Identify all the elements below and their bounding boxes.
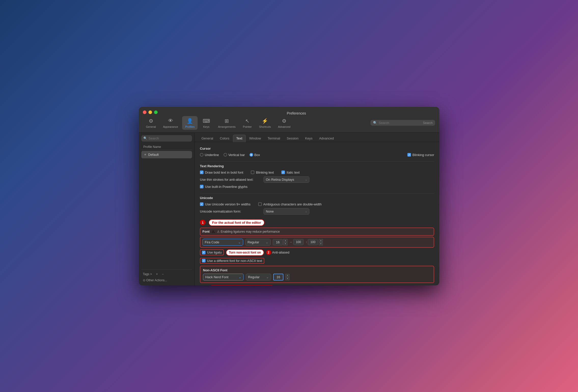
blinking-text-item[interactable]: Blinking text <box>251 171 274 174</box>
unicode-widths-item[interactable]: Use Unicode version 9+ widths <box>200 202 251 206</box>
tab-session[interactable]: Session <box>284 135 301 142</box>
non-ascii-style-select[interactable]: Regular ⌄ <box>246 274 271 281</box>
toolbar-item-general[interactable]: ⚙ General <box>143 116 159 130</box>
non-ascii-size-up[interactable]: ▲ <box>285 274 290 277</box>
tab-terminal[interactable]: Terminal <box>265 135 283 142</box>
minimize-button[interactable] <box>148 110 152 114</box>
blinking-cursor-row: Blinking cursor <box>407 153 434 157</box>
non-ascii-row: Hack Nerd Font ⌄ Regular ⌄ 16 ▲ ▼ <box>203 274 431 281</box>
text-rendering-section: Text Rendering Draw bold text in bold fo… <box>200 164 434 189</box>
non-ascii-title: Non-ASCII Font <box>203 268 431 272</box>
blinking-text-label: Blinking text <box>256 171 274 174</box>
maximize-button[interactable] <box>154 110 158 114</box>
sidebar-search-input[interactable] <box>148 136 190 140</box>
font-style-value: Regular <box>247 240 259 244</box>
text-rendering-row1: Draw bold text in bold font Blinking tex… <box>200 171 434 174</box>
blinking-cursor-checkbox[interactable] <box>407 153 411 157</box>
tags-button[interactable]: Tags > <box>141 272 154 277</box>
italic-text-item[interactable]: Italic text <box>281 171 299 174</box>
font-warning-text: ⚠ Enabling ligatures may reduce performa… <box>217 230 280 233</box>
toolbar-label-keys: Keys <box>203 125 209 128</box>
cursor-underline-option[interactable]: Underline <box>200 153 219 157</box>
tab-window[interactable]: Window <box>246 135 264 142</box>
font-size-up[interactable]: ▲ <box>283 239 287 242</box>
ligatures-label: Use ligatu <box>207 250 222 254</box>
tab-text[interactable]: Text <box>233 135 246 142</box>
tab-general[interactable]: General <box>198 135 216 142</box>
v-spacing-value[interactable]: 100 <box>308 239 318 245</box>
toolbar-item-pointer[interactable]: ↖ Pointer <box>240 116 255 130</box>
non-ascii-size-spinner[interactable]: ▲ ▼ <box>285 274 290 280</box>
toolbar-item-advanced[interactable]: ⚙ Advanced <box>275 116 294 130</box>
toolbar-item-appearance[interactable]: 👁 Appearance <box>160 116 181 130</box>
thin-strokes-chevron: ⌄ <box>305 178 307 181</box>
different-font-checkbox <box>202 259 205 262</box>
tab-colors[interactable]: Colors <box>217 135 232 142</box>
font-label: Font <box>202 230 210 233</box>
cursor-options-row: Underline Vertical bar Box <box>200 153 434 157</box>
toolbar-search-box[interactable]: 🔍 Search <box>370 120 435 126</box>
preferences-window: Preferences ⚙ General 👁 Appearance 👤 Pro… <box>139 107 439 285</box>
close-button[interactable] <box>143 110 146 114</box>
non-ascii-font-value: Hack Nerd Font <box>205 275 228 279</box>
font-name-select[interactable]: Fira Code ⌄ <box>202 239 243 246</box>
sidebar-search-box[interactable]: 🔍 <box>141 135 192 142</box>
sidebar: 🔍 Profile Name ★ Default Tags > + − ⊙ Ot… <box>139 133 195 285</box>
tab-advanced[interactable]: Advanced <box>316 135 337 142</box>
font-size-spinner[interactable]: ▲ ▼ <box>283 239 287 245</box>
sidebar-profile-row[interactable]: ★ Default <box>141 151 192 158</box>
toolbar-item-profiles[interactable]: 👤 Profiles <box>182 116 198 130</box>
font-size-input[interactable]: 16 <box>273 239 283 245</box>
toolbar-item-keys[interactable]: ⌨ Keys <box>199 116 214 130</box>
different-font-item[interactable]: Use a different font for non-ASCII text <box>200 258 264 264</box>
add-profile-button[interactable]: + <box>155 272 159 277</box>
thin-strokes-select[interactable]: On Retina Displays ⌄ <box>264 176 309 183</box>
cursor-vertical-bar-option[interactable]: Vertical bar <box>224 153 245 157</box>
box-radio <box>250 153 253 157</box>
unicode-section: Unicode Use Unicode version 9+ widths Am… <box>200 196 434 215</box>
v-spacing-down[interactable]: ▼ <box>319 242 323 245</box>
annotation-bubble-3: Make the editor icon to be worked out <box>209 285 275 285</box>
draw-bold-item[interactable]: Draw bold text in bold font <box>200 171 243 174</box>
keyboard-icon: ⌨ <box>203 118 210 124</box>
v-spacing-up[interactable]: ▲ <box>319 239 323 242</box>
ambiguous-item[interactable]: Ambiguous characters are double-width <box>258 202 322 206</box>
non-ascii-style-chevron: ⌄ <box>266 275 269 279</box>
font-style-select[interactable]: Regular ⌄ <box>245 239 271 246</box>
font-name-chevron: ⌄ <box>238 240 241 244</box>
unicode-widths-checkbox <box>200 202 203 206</box>
toolbar-label-arrangements: Arrangements <box>218 125 236 128</box>
toolbar-item-arrangements[interactable]: ⊞ Arrangements <box>215 116 239 130</box>
font-style-chevron: ⌄ <box>266 240 268 244</box>
v-spacing-spinner[interactable]: ▲ ▼ <box>319 239 323 245</box>
lightning-icon: ⚡ <box>262 118 268 124</box>
cursor-box-option[interactable]: Box <box>250 153 260 157</box>
font-size-down[interactable]: ▼ <box>283 242 287 245</box>
warning-icon: ⚠ <box>212 230 215 234</box>
other-actions-button[interactable]: ⊙ Other Actions... <box>141 278 169 283</box>
ligatures-item[interactable]: Use ligatu <box>200 249 224 255</box>
normalization-row: Unicode normalization form: None ⌄ <box>200 208 434 215</box>
non-ascii-size-input[interactable]: 16 <box>273 274 283 281</box>
tab-keys[interactable]: Keys <box>302 135 315 142</box>
underline-radio <box>200 153 203 157</box>
normalization-value: None <box>266 209 274 213</box>
powerline-row: Use built-in Powerline glyphs <box>200 185 434 189</box>
non-ascii-section: Non-ASCII Font Hack Nerd Font ⌄ Regular … <box>200 266 434 283</box>
gear-icon: ⚙ <box>148 118 154 124</box>
toolbar-label-advanced: Advanced <box>278 125 291 128</box>
remove-profile-button[interactable]: − <box>160 272 165 277</box>
tabs-bar: General Colors Text Window Terminal Sess… <box>195 133 439 142</box>
powerline-item[interactable]: Use built-in Powerline glyphs <box>200 185 247 189</box>
normalization-select[interactable]: None ⌄ <box>264 208 309 215</box>
sidebar-table-header: Profile Name <box>141 144 192 150</box>
toolbar-label-appearance: Appearance <box>163 125 178 128</box>
toolbar-search-input[interactable] <box>379 121 421 125</box>
different-font-row: Use a different font for non-ASCII text <box>200 258 434 264</box>
h-spacing-value[interactable]: 100 <box>293 239 304 245</box>
toolbar-item-shortcuts[interactable]: ⚡ Shortcuts <box>256 116 274 130</box>
non-ascii-font-select[interactable]: Hack Nerd Font ⌄ <box>203 274 244 281</box>
thin-strokes-value: On Retina Displays <box>266 178 294 181</box>
non-ascii-size-down[interactable]: ▼ <box>285 277 290 280</box>
annotation-1-row: 1 For the actual font of the editor <box>200 219 434 226</box>
